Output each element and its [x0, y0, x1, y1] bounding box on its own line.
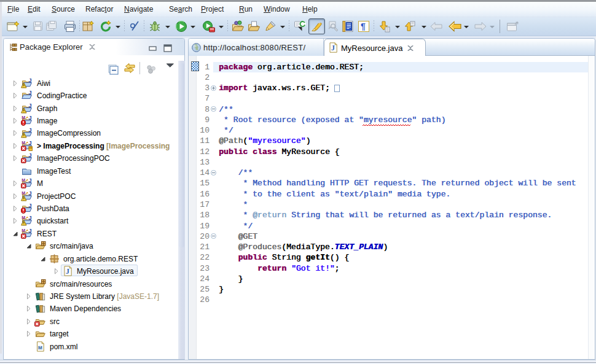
svg-text:¶: ¶ [361, 21, 366, 31]
